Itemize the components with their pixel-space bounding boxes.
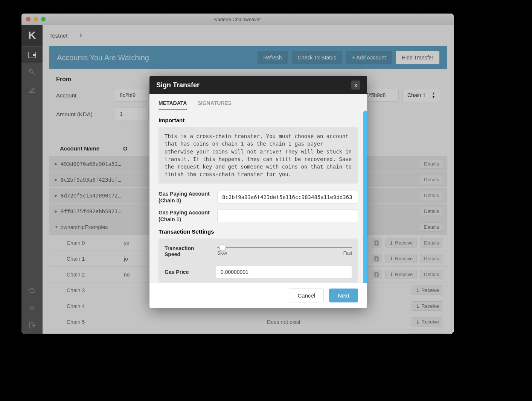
sign-transfer-modal: Sign Transfer x METADATA SIGNATURES Impo… bbox=[149, 76, 367, 308]
speed-label: Transaction Speed bbox=[165, 245, 210, 257]
important-heading: Important bbox=[159, 117, 358, 123]
gas-price-input[interactable] bbox=[216, 266, 352, 278]
modal-tabs: METADATA SIGNATURES bbox=[159, 94, 358, 110]
slow-label: Slow bbox=[217, 251, 227, 256]
modal-footer: Cancel Next bbox=[149, 283, 367, 308]
tab-signatures[interactable]: SIGNATURES bbox=[197, 100, 232, 110]
next-button[interactable]: Next bbox=[329, 289, 358, 302]
gas-price-label: Gas Price bbox=[165, 269, 210, 275]
tx-settings-heading: Transaction Settings bbox=[159, 228, 358, 235]
gas-chain0-row: Gas Paying Account (Chain 0) bbox=[159, 190, 358, 204]
fast-label: Fast bbox=[343, 251, 352, 256]
close-button[interactable]: x bbox=[351, 81, 360, 90]
gas-price-row: Gas Price bbox=[165, 266, 352, 278]
modal-title: Sign Transfer bbox=[156, 81, 351, 89]
modal-body: METADATA SIGNATURES Important This is a … bbox=[149, 94, 367, 283]
gas-chain1-row: Gas Paying Account (Chain 1) bbox=[159, 209, 358, 223]
tx-settings-box: Transaction Speed SlowFast Gas Price Gas… bbox=[159, 238, 358, 283]
speed-slider[interactable]: SlowFast bbox=[217, 247, 352, 256]
gas-chain1-input[interactable] bbox=[217, 210, 358, 222]
gas-chain0-input[interactable] bbox=[217, 191, 358, 204]
gas-chain1-label: Gas Paying Account (Chain 1) bbox=[159, 209, 212, 223]
speed-row: Transaction Speed SlowFast bbox=[165, 245, 352, 257]
tab-metadata[interactable]: METADATA bbox=[159, 100, 187, 110]
modal-header: Sign Transfer x bbox=[149, 76, 367, 94]
cancel-button[interactable]: Cancel bbox=[289, 289, 324, 302]
gas-chain0-label: Gas Paying Account (Chain 0) bbox=[159, 190, 212, 204]
app-window: Kadena Chainweaver K bbox=[21, 14, 454, 334]
scrollbar[interactable] bbox=[363, 111, 367, 283]
important-message: This is a cross-chain transfer. You must… bbox=[159, 127, 358, 184]
slider-thumb[interactable] bbox=[219, 244, 226, 251]
